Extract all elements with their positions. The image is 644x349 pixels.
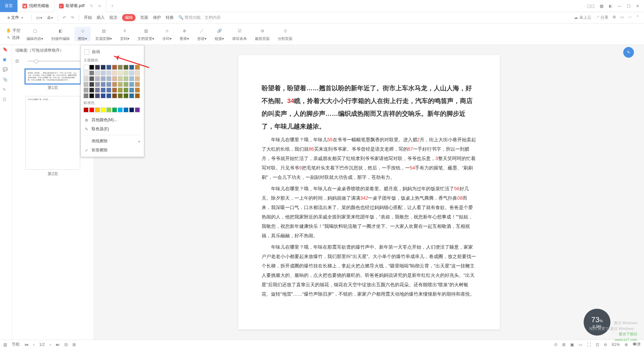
sb-zoom-out-icon[interactable]: ⊖ xyxy=(604,342,607,347)
sb-mode-3-icon[interactable]: ▣ xyxy=(570,342,574,347)
color-swatch[interactable] xyxy=(106,82,111,87)
sb-nav[interactable]: 导航 xyxy=(12,342,20,347)
color-swatch[interactable] xyxy=(135,65,140,70)
close-icon[interactable]: ✕ xyxy=(98,4,101,8)
dd-more-colors[interactable]: ⊕其他颜色(M)... xyxy=(84,115,141,124)
tool-split[interactable]: ⎙分割页面 xyxy=(274,27,296,41)
color-swatch[interactable] xyxy=(89,93,94,98)
color-swatch[interactable] xyxy=(101,93,106,98)
sb-mode-4-icon[interactable]: ▭ xyxy=(579,342,582,347)
color-swatch[interactable] xyxy=(123,65,128,70)
color-swatch[interactable] xyxy=(135,76,140,81)
tool-stamp[interactable]: ⊕图章▾ xyxy=(176,27,193,41)
color-swatch[interactable] xyxy=(135,70,140,76)
tool-pagenum[interactable]: #页码▾ xyxy=(117,27,133,41)
color-swatch[interactable] xyxy=(84,65,89,70)
menu-insert[interactable]: 插入 xyxy=(97,15,105,20)
color-swatch[interactable] xyxy=(95,65,100,70)
color-swatch[interactable] xyxy=(118,70,123,76)
thumbnail-icon[interactable]: ▣ xyxy=(3,57,9,64)
sb-last-icon[interactable]: ⏭ xyxy=(56,342,60,347)
color-swatch[interactable] xyxy=(101,70,106,76)
color-swatch[interactable] xyxy=(84,93,89,98)
color-swatch[interactable] xyxy=(129,82,134,87)
sb-panel-icon[interactable]: ▥ xyxy=(3,342,7,347)
tool-edit-content[interactable]: ▢编辑内容▾ xyxy=(23,27,47,41)
tool-background[interactable]: ▨文档背景▾ xyxy=(134,27,158,41)
color-swatch[interactable] xyxy=(84,76,89,81)
color-swatch[interactable] xyxy=(89,82,94,87)
layers-icon[interactable]: ☷ xyxy=(3,97,9,104)
color-swatch[interactable] xyxy=(123,82,128,87)
color-swatch[interactable] xyxy=(129,93,134,98)
color-swatch[interactable] xyxy=(129,76,134,81)
undo-icon[interactable]: ↶ xyxy=(63,15,66,20)
color-swatch[interactable] xyxy=(135,93,140,98)
color-swatch[interactable] xyxy=(106,88,111,93)
color-swatch[interactable] xyxy=(106,65,111,70)
fit-icon[interactable]: ⊡ xyxy=(15,59,19,63)
color-swatch[interactable] xyxy=(89,88,94,93)
apps-icon[interactable]: ▦ xyxy=(600,4,603,8)
tool-shape[interactable]: ／形状▾ xyxy=(194,27,210,41)
tool-watermark[interactable]: ⎋水印▾ xyxy=(159,27,175,41)
color-swatch[interactable] xyxy=(89,107,94,112)
color-swatch[interactable] xyxy=(129,88,134,93)
sb-collapse-icon[interactable]: ⊟ xyxy=(64,342,68,347)
menu-convert[interactable]: 转换 xyxy=(166,15,174,20)
menu-protect[interactable]: 保护 xyxy=(153,15,161,20)
sb-mode-5-icon[interactable]: ⛶ xyxy=(587,342,591,347)
color-swatch[interactable] xyxy=(84,88,89,93)
color-swatch[interactable] xyxy=(112,82,117,87)
color-swatch[interactable] xyxy=(112,88,117,93)
tab-home[interactable]: 首页 xyxy=(0,0,18,12)
color-swatch[interactable] xyxy=(135,107,140,112)
minimize-icon[interactable]: — xyxy=(618,4,622,8)
tool-link[interactable]: 🔗链接▾ xyxy=(211,27,227,41)
page-canvas[interactable]: 盼望着，盼望着……翘首以盼的新年近了。街市上车水马龙，人山人海，好不热闹。34瞧… xyxy=(94,45,644,340)
color-swatch[interactable] xyxy=(123,70,128,76)
file-menu[interactable]: ≡ 文件 ▾ xyxy=(5,15,26,20)
dd-line-erase[interactable]: 画线擦除▸ xyxy=(84,137,141,146)
dd-eyedropper[interactable]: ✎取色器(E) xyxy=(84,124,141,134)
color-swatch[interactable] xyxy=(106,107,111,112)
attach-icon[interactable]: 📎 xyxy=(3,77,9,84)
menu-annotate[interactable]: 批注 xyxy=(109,15,117,20)
avatar-icon[interactable]: ◐ xyxy=(609,4,612,8)
color-swatch[interactable] xyxy=(112,93,117,98)
hand-icon[interactable]: ✋ xyxy=(6,28,11,33)
pointer-icon[interactable]: ↖ xyxy=(7,35,10,40)
gear-icon[interactable]: ⚙ xyxy=(612,15,616,20)
color-swatch[interactable] xyxy=(101,107,106,112)
tool-erase[interactable]: ◇擦除▾ xyxy=(74,27,91,41)
sb-zoom[interactable]: 81% xyxy=(612,342,620,347)
search-input[interactable]: 🔍 查找功能、文档内容 xyxy=(178,15,569,20)
color-swatch[interactable] xyxy=(112,107,117,112)
color-swatch[interactable] xyxy=(95,70,100,76)
color-swatch[interactable] xyxy=(118,107,123,112)
sb-zoom-in-icon[interactable]: ⊕ xyxy=(625,342,628,347)
tab-sync-icon[interactable]: ↻ xyxy=(90,4,93,8)
color-swatch[interactable] xyxy=(135,82,140,87)
color-swatch[interactable] xyxy=(95,93,100,98)
color-swatch[interactable] xyxy=(123,107,128,112)
bookmark-icon[interactable]: 🔖 xyxy=(3,47,9,54)
print-icon[interactable]: 🖶▾ xyxy=(47,15,53,20)
tool-header-footer[interactable]: ▤页眉页脚▾ xyxy=(92,27,115,41)
layout-icon[interactable]: ▢▢ xyxy=(587,4,594,8)
new-tab-button[interactable]: ＋ xyxy=(106,3,118,9)
color-swatch[interactable] xyxy=(129,107,134,112)
tool-form[interactable]: ☑填写表单 xyxy=(229,27,250,41)
color-swatch[interactable] xyxy=(106,93,111,98)
color-swatch[interactable] xyxy=(101,76,106,81)
cloud-status[interactable]: ☁ 未上云 xyxy=(574,15,591,20)
color-swatch[interactable] xyxy=(123,93,128,98)
color-swatch[interactable] xyxy=(106,76,111,81)
thumb-page-2[interactable]: 年味儿在哪里？哦，年味在…… xyxy=(25,96,80,170)
tool-scan-edit[interactable]: ◧扫描件编辑 xyxy=(48,27,73,41)
menu-page[interactable]: 页面 xyxy=(140,15,148,20)
sb-mode-1-icon[interactable]: ⊙ xyxy=(554,342,557,347)
sb-prev-icon[interactable]: ‹ xyxy=(33,342,35,347)
color-swatch[interactable] xyxy=(112,70,117,76)
color-swatch[interactable] xyxy=(106,70,111,76)
